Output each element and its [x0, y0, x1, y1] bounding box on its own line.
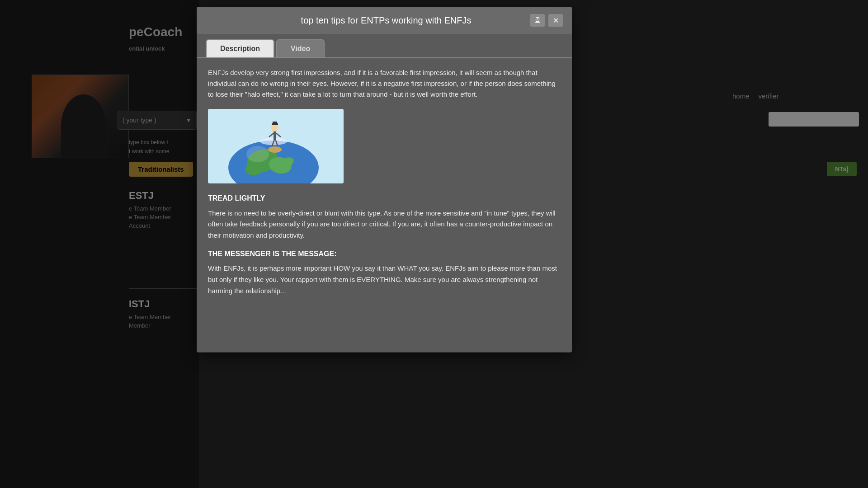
modal-dialog: top ten tips for ENTPs working with ENFJ…	[197, 7, 572, 352]
modal-controls: 🖶 ✕	[530, 14, 563, 27]
tab-description[interactable]: Description	[206, 39, 274, 57]
tab-video[interactable]: Video	[276, 39, 325, 57]
svg-rect-9	[274, 131, 276, 141]
intro-paragraph: ENFJs develop very strong first impressi…	[208, 67, 561, 100]
section-heading-1: TREAD LIGHTLY	[208, 192, 561, 204]
svg-point-7	[246, 146, 269, 162]
section-heading-2: THE MESSENGER IS THE MESSAGE:	[208, 248, 561, 260]
section-text-1: There is no need to be overly-direct or …	[208, 208, 561, 241]
svg-point-10	[271, 124, 278, 131]
modal-content[interactable]: ENFJs develop very strong first impressi…	[197, 58, 572, 352]
close-button[interactable]: ✕	[548, 14, 563, 27]
svg-rect-12	[273, 122, 277, 124]
modal-titlebar: top ten tips for ENTPs working with ENFJ…	[197, 7, 572, 34]
modal-title: top ten tips for ENTPs working with ENFJ…	[242, 15, 530, 26]
svg-point-8	[268, 146, 282, 153]
globe-illustration	[208, 109, 344, 183]
modal-tabs: Description Video	[197, 34, 572, 58]
section-text-2: With ENFJs, it is perhaps more important…	[208, 263, 561, 296]
print-button[interactable]: 🖶	[530, 14, 545, 27]
